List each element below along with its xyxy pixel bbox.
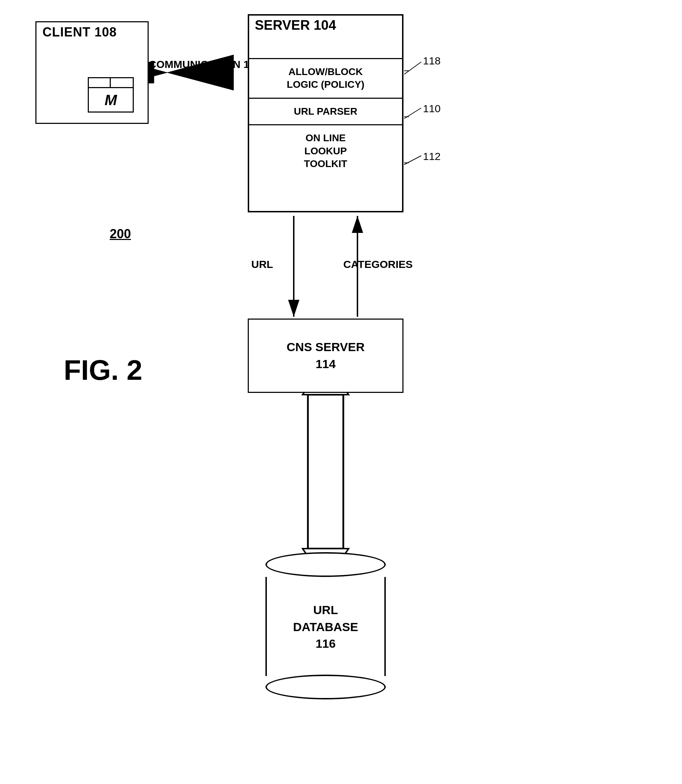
cns-server-label: CNS SERVER114 bbox=[287, 339, 365, 372]
ref-200: 200 bbox=[110, 226, 131, 241]
svg-line-16 bbox=[404, 62, 421, 74]
cylinder-bottom bbox=[265, 675, 386, 700]
url-database-label: URLDATABASE116 bbox=[241, 602, 411, 652]
svg-line-17 bbox=[404, 108, 421, 119]
browser-icon: M bbox=[88, 77, 134, 113]
client-label: CLIENT 108 bbox=[43, 25, 117, 40]
online-lookup-component: ON LINELOOKUPTOOLKIT bbox=[249, 125, 402, 177]
cylinder-top bbox=[265, 552, 386, 577]
server-inner: ALLOW/BLOCKLOGIC (POLICY) URL PARSER ON … bbox=[249, 58, 402, 177]
communication-label: COMMUNICATION 102 bbox=[149, 58, 261, 70]
url-parser-component: URL PARSER bbox=[249, 99, 402, 125]
url-arrow-label: URL bbox=[251, 258, 273, 271]
svg-line-18 bbox=[404, 156, 421, 164]
categories-arrow-label: CATEGORIES bbox=[343, 258, 413, 271]
browser-m-letter: M bbox=[89, 92, 133, 109]
diagram-container: M CLIENT 108 COMMUNICATION 102 ALLOW/BLO… bbox=[0, 0, 682, 784]
figure-label: FIG. 2 bbox=[64, 354, 142, 387]
ref-110: 110 bbox=[423, 103, 441, 115]
ref-112: 112 bbox=[423, 150, 441, 163]
ref-118: 118 bbox=[423, 55, 441, 67]
server-label: SERVER 104 bbox=[255, 18, 336, 33]
cns-server-box: CNS SERVER114 bbox=[248, 319, 403, 393]
server-box: ALLOW/BLOCKLOGIC (POLICY) URL PARSER ON … bbox=[248, 14, 403, 212]
allow-block-component: ALLOW/BLOCKLOGIC (POLICY) bbox=[249, 59, 402, 99]
